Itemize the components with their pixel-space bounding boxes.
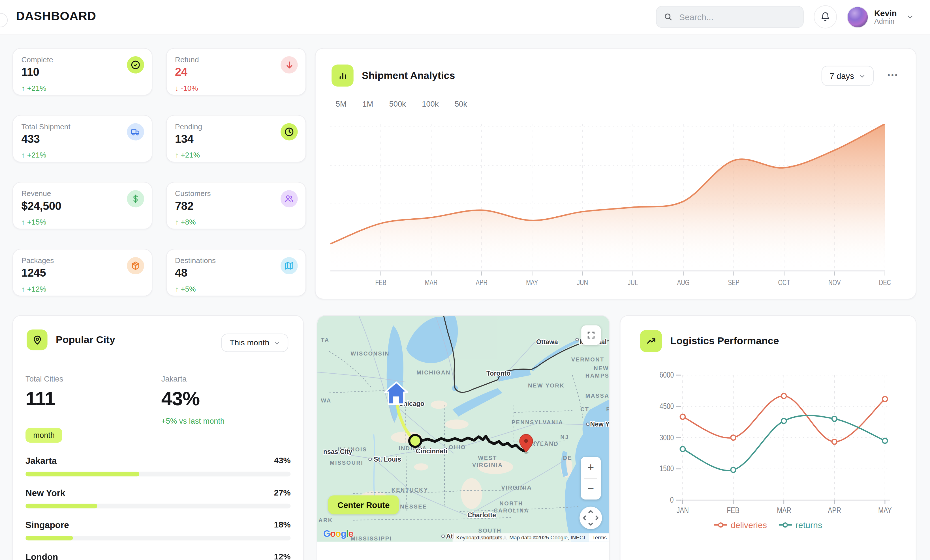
data-point-returns[interactable] [882, 438, 887, 443]
map-state-label: NORTH [499, 500, 523, 506]
center-route-button[interactable]: Center Route [328, 496, 399, 514]
chevron-down-icon[interactable] [907, 14, 913, 20]
map-state-label: CT [580, 406, 590, 413]
legend-label: deliveries [731, 520, 767, 530]
stat-value: 433 [21, 133, 143, 146]
stat-card-customers[interactable]: Customers 782 ↑ +8% [166, 182, 306, 229]
x-tick-label: APR [828, 505, 841, 515]
zoom-in-button[interactable]: + [580, 457, 601, 478]
search-box[interactable] [656, 6, 804, 28]
map-attribution: Keyboard shortcuts Map data ©2025 Google… [453, 533, 610, 542]
city-name: Jakarta [26, 456, 57, 466]
stat-card-total-shipment[interactable]: Total Shipment 433 ↑ +21% [12, 115, 152, 162]
terms-link[interactable]: Terms [588, 533, 610, 542]
arrow-down-icon [280, 56, 298, 74]
stat-card-refund[interactable]: Refund 24 ↓ -10% [166, 48, 306, 96]
up-arrow-icon: ↑ [175, 285, 179, 293]
up-arrow-icon: ↑ [175, 151, 179, 159]
data-point-returns[interactable] [781, 419, 787, 424]
map-zoom-control: + − [580, 457, 601, 499]
total-cities-value: 111 [26, 388, 63, 410]
legend-item-deliveries[interactable]: deliveries [714, 520, 767, 530]
package-icon [127, 257, 144, 275]
city-percent: 27% [274, 488, 291, 497]
map-canvas[interactable]: WISCONSIN MICHIGAN ILLINOIS INDIANA OHIO… [317, 316, 610, 542]
city-bar [26, 504, 291, 508]
city-name: New York [26, 488, 65, 498]
data-point-deliveries[interactable] [882, 397, 887, 402]
y-tick-label: 4500 [650, 401, 674, 411]
route-start-marker[interactable] [410, 435, 421, 447]
chart-legend: deliveries returns [620, 520, 916, 530]
range-dropdown[interactable]: 7 days [821, 66, 874, 86]
data-point-returns[interactable] [832, 416, 837, 422]
search-input[interactable] [678, 12, 787, 22]
stat-value: 24 [175, 66, 297, 79]
month-label: AUG [677, 278, 690, 287]
city-percent: 18% [274, 520, 291, 529]
map-data-credit: Map data ©2025 Google, INEGI [506, 533, 589, 542]
bar-chart-icon [331, 64, 354, 87]
notifications-button[interactable] [814, 5, 837, 29]
month-label: MAR [425, 278, 438, 287]
month-label: DEC [879, 278, 891, 287]
data-point-deliveries[interactable] [731, 435, 736, 440]
top-city-value: 43% [162, 388, 225, 410]
city-row: New York 27% [26, 488, 291, 499]
y-tick-label: 1500 [650, 463, 674, 473]
data-point-deliveries[interactable] [832, 439, 837, 444]
more-menu-button[interactable]: ••• [887, 71, 899, 79]
stat-card-revenue[interactable]: Revenue $24,500 ↑ +15% [12, 182, 152, 229]
map-state-label: TA [321, 337, 329, 343]
city-bar [26, 472, 291, 477]
keyboard-shortcuts-link[interactable]: Keyboard shortcuts [453, 533, 506, 542]
stat-label: Destinations [175, 256, 297, 265]
city-bar-fill [26, 472, 140, 477]
fullscreen-button[interactable] [581, 325, 601, 345]
data-point-deliveries[interactable] [680, 414, 685, 419]
data-point-returns[interactable] [680, 446, 685, 452]
scale-100k[interactable]: 100k [422, 100, 439, 108]
legend-item-returns[interactable]: returns [779, 520, 822, 530]
legend-marker-icon [779, 522, 792, 528]
sidebar-collapse-handle[interactable] [0, 13, 8, 27]
up-arrow-icon: ↑ [21, 285, 25, 293]
map-city-label: Ottawa [536, 338, 558, 345]
avatar[interactable] [847, 6, 868, 28]
map-state-label: WEST [478, 455, 497, 461]
clock-icon [280, 123, 298, 141]
stat-value: 110 [21, 66, 143, 79]
stat-card-pending[interactable]: Pending 134 ↑ +21% [166, 115, 306, 162]
zoom-out-button[interactable]: − [580, 479, 601, 499]
shipment-analytics-card: Shipment Analytics 7 days ••• 5M 1M 500k… [315, 48, 916, 299]
stat-label: Complete [21, 56, 143, 64]
scale-50k[interactable]: 50k [455, 100, 467, 108]
period-dropdown[interactable]: This month [222, 334, 288, 352]
scale-500k[interactable]: 500k [389, 100, 406, 108]
month-badge[interactable]: month [26, 428, 62, 443]
down-arrow-icon: ↓ [175, 84, 179, 92]
stat-card-packages[interactable]: Packages 1245 ↑ +12% [12, 249, 152, 296]
location-pin-icon [27, 330, 47, 350]
stat-delta: +21% [181, 151, 200, 159]
map-state-label: RI [606, 406, 610, 413]
stat-card-complete[interactable]: Complete 110 ↑ +21% [12, 48, 152, 96]
stat-delta: +15% [27, 218, 46, 226]
scale-5m[interactable]: 5M [336, 100, 346, 108]
month-label: SEP [728, 278, 739, 287]
map-state-label: MISSISSIPPI [351, 535, 392, 542]
map-state-label: VIRGINIA [472, 462, 503, 468]
pan-control[interactable] [579, 506, 602, 529]
shipment-area-chart[interactable] [330, 124, 885, 270]
data-point-deliveries[interactable] [781, 393, 787, 399]
range-selected: 7 days [830, 71, 854, 81]
scale-1m[interactable]: 1M [362, 100, 373, 108]
google-logo[interactable]: Google [323, 529, 353, 539]
data-point-returns[interactable] [731, 468, 736, 473]
user-role: Admin [874, 17, 897, 26]
total-cities-block: Total Cities 111 [26, 374, 63, 410]
area-chart-svg [330, 124, 885, 270]
popular-city-title: Popular City [56, 334, 115, 346]
stat-card-destinations[interactable]: Destinations 48 ↑ +5% [166, 249, 306, 296]
map-state-label: KENTUCKY [391, 487, 428, 493]
